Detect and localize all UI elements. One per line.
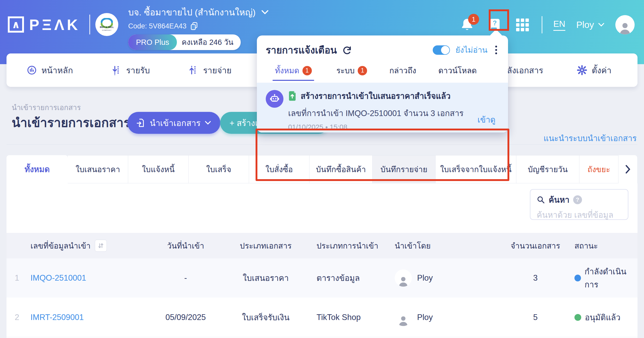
plan-badge: PRO Plus: [128, 34, 177, 50]
notification-count-badge: 1: [468, 14, 479, 25]
nav-item-income[interactable]: รายรับ: [112, 64, 150, 77]
import-number-link[interactable]: IMRT-2509001: [30, 313, 84, 322]
user-avatar: [395, 269, 412, 287]
notif-tab-system[interactable]: ระบบ 1: [336, 64, 367, 77]
tab-purchase-record[interactable]: บันทึกซื้อสินค้า: [309, 155, 373, 183]
search-input[interactable]: ค้นหาด้วย เลขที่ข้อมูล: [537, 208, 622, 221]
gear-icon: [577, 65, 587, 75]
notif-tab-all[interactable]: ทั้งหมด 1: [273, 64, 314, 81]
doc-type: ใบเสร็จรับเงิน: [225, 311, 306, 324]
import-date: 05/09/2025: [146, 313, 225, 322]
svg-text:?: ?: [493, 19, 497, 27]
import-number-link[interactable]: IMQO-2510001: [30, 273, 86, 283]
org-badge-line2: COMPANY: [102, 29, 112, 31]
table-row[interactable]: 2 IMRT-2509001 05/09/2025 ใบเสร็จรับเงิน…: [7, 298, 637, 337]
doc-count: 3: [499, 273, 572, 283]
notif-tab-mentions[interactable]: กล่าวถึง: [389, 64, 416, 77]
import-documents-label: นำเข้าเอกสาร: [150, 116, 201, 130]
nav-item-home[interactable]: หน้าหลัก: [27, 64, 73, 77]
col-status: สถานะ: [572, 240, 637, 252]
notifications-title: รายการแจ้งเตือน: [266, 42, 337, 58]
doc-count: 5: [499, 313, 572, 322]
tab-quotation[interactable]: ใบเสนอราคา: [68, 155, 128, 183]
notification-item[interactable]: สร้างรายการนำเข้าใบเสนอราคาสำเร็จแล้ว เล…: [257, 83, 508, 132]
apps-grid-button[interactable]: [514, 16, 531, 33]
help-book-icon: ?: [488, 18, 501, 32]
tab-invoice[interactable]: ใบแจ้งหนี้: [128, 155, 189, 183]
peak-logo[interactable]: ∧ PΞΛK: [8, 15, 90, 34]
status-badge: กำลังดำเนินการ: [585, 265, 637, 291]
notif-tab-label: ระบบ: [336, 64, 355, 77]
nav-item-settings[interactable]: ตั้งค่า: [577, 64, 611, 77]
user-menu[interactable]: Ploy: [576, 20, 604, 30]
avatar[interactable]: [615, 15, 635, 34]
notif-tab-badge: 1: [302, 66, 312, 75]
tab-purchase-order[interactable]: ใบสั่งซื้อ: [249, 155, 309, 183]
peak-logo-text: PΞΛK: [29, 16, 80, 33]
grid-icon: [516, 19, 529, 31]
company-logo[interactable]: BUY & SELL COMPANY: [95, 13, 118, 36]
notif-tab-badge: 1: [358, 66, 367, 75]
import-type: TikTok Shop: [306, 313, 389, 322]
guide-link[interactable]: แนะนำระบบนำเข้าเอกสาร: [543, 132, 637, 145]
notification-description: เลขที่การนำเข้า IMQO-2510001 จำนวน 3 เอก…: [288, 107, 499, 120]
company-name[interactable]: บจ. ซื้อมาขายไป (สำนักงานใหญ่): [128, 5, 256, 19]
unread-toggle[interactable]: [433, 45, 450, 55]
chevron-down-icon: [598, 23, 604, 27]
refresh-button[interactable]: [342, 45, 352, 55]
table-header: เลขที่ข้อมูลนำเข้า วันที่นำเข้า ประเภทเอ…: [7, 233, 637, 258]
search-box[interactable]: ค้นหา ? ค้นหาด้วย เลขที่ข้อมูล: [530, 189, 628, 220]
person-icon: [397, 315, 409, 326]
file-upload-icon: [288, 91, 296, 101]
tab-trash[interactable]: ถังขยะ: [579, 155, 618, 183]
notif-tab-downloads[interactable]: ดาวน์โหลด: [438, 64, 477, 77]
breadcrumb: นำเข้ารายการเอกสาร: [12, 102, 81, 113]
imported-by: Ploy: [417, 313, 433, 322]
copy-icon[interactable]: [190, 22, 198, 30]
col-imported-by: นำเข้าโดย: [389, 240, 499, 252]
row-number: 1: [7, 273, 27, 283]
view-notification-link[interactable]: เข้าดู: [478, 113, 496, 126]
nav-label: รายรับ: [126, 64, 150, 77]
tab-expense-record[interactable]: บันทึกรายจ่าย: [373, 155, 436, 183]
nav-item-expense[interactable]: รายจ่าย: [188, 64, 231, 77]
import-documents-button[interactable]: นำเข้าเอกสาร: [127, 112, 220, 134]
panel-menu-button[interactable]: [493, 45, 499, 55]
expense-icon: [188, 65, 198, 75]
company-code: Code: 5V864EA43: [128, 22, 187, 30]
create-button-label: + สร้างเ: [230, 116, 258, 130]
file-import-icon: [137, 118, 146, 127]
company-block: บจ. ซื้อมาขายไป (สำนักงานใหญ่) Code: 5V8…: [128, 5, 269, 50]
user-avatar: [395, 309, 412, 326]
notifications-button[interactable]: 1: [459, 16, 475, 33]
chevron-right-icon: [625, 165, 631, 174]
notif-tab-label: กล่าวถึง: [389, 64, 416, 77]
sort-button[interactable]: [95, 240, 107, 252]
notification-title: สร้างรายการนำเข้าใบเสนอราคาสำเร็จแล้ว: [301, 89, 450, 102]
col-import-date: วันที่นำเข้า: [146, 240, 225, 252]
peak-caret: ∧: [12, 19, 20, 31]
import-list-card: ค้นหา ? ค้นหาด้วย เลขที่ข้อมูล เลขที่ข้อ…: [7, 183, 637, 338]
search-help-icon[interactable]: ?: [573, 195, 582, 204]
import-type: ตารางข้อมูล: [306, 271, 389, 285]
table-row[interactable]: 1 IMQO-2510001 - ใบเสนอราคา ตารางข้อมูล …: [7, 258, 637, 298]
tab-receipt[interactable]: ใบเสร็จ: [189, 155, 249, 183]
notif-tab-label: ทั้งหมด: [275, 64, 299, 77]
tab-journal[interactable]: บัญชีรายวัน: [516, 155, 579, 183]
org-badge-line1: BUY & SELL: [100, 26, 114, 28]
col-import-number: เลขที่ข้อมูลนำเข้า: [30, 240, 91, 252]
refresh-icon: [342, 45, 352, 55]
tab-receipt-from-invoice[interactable]: ใบเสร็จจากใบแจ้งหนี้: [436, 155, 516, 183]
tabs-scroll-right-button[interactable]: [618, 155, 637, 183]
language-switcher[interactable]: EN: [553, 19, 565, 31]
row-number: 2: [7, 313, 27, 322]
tab-all[interactable]: ทั้งหมด: [7, 155, 68, 183]
active-tab-underline: [273, 80, 314, 81]
chevron-down-icon[interactable]: [261, 10, 269, 15]
status-dot: [574, 314, 581, 321]
doc-type: ใบเสนอราคา: [225, 271, 306, 285]
nav-label: ตั้งค่า: [592, 64, 611, 77]
col-doc-type: ประเภทเอกสาร: [225, 240, 306, 252]
unread-toggle-label: ยังไม่อ่าน: [456, 44, 487, 56]
notif-tab-label: ดาวน์โหลด: [438, 64, 477, 77]
